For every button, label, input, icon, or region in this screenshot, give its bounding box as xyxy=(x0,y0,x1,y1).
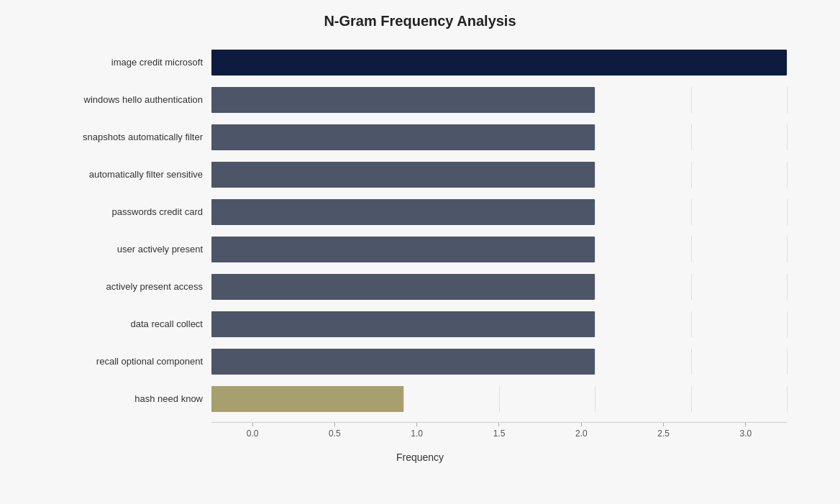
bar-label: snapshots automatically filter xyxy=(53,132,211,142)
bar-fill xyxy=(211,87,595,113)
bar-label: data recall collect xyxy=(53,319,211,329)
bar-label: windows hello authentication xyxy=(53,94,211,105)
x-tick-line xyxy=(416,423,417,426)
x-tick-label: 0.5 xyxy=(329,429,341,439)
bar-track-wrapper xyxy=(211,162,787,188)
chart-title: N-Gram Frequency Analysis xyxy=(53,13,787,29)
bar-fill xyxy=(211,386,403,412)
bar-fill xyxy=(211,50,787,75)
x-tick-label: 0.0 xyxy=(247,429,259,439)
bar-row: user actively present xyxy=(53,231,787,268)
bar-track-wrapper xyxy=(211,386,787,412)
bar-label: passwords credit card xyxy=(53,206,211,217)
bar-row: automatically filter sensitive xyxy=(53,156,787,193)
bar-fill xyxy=(211,274,595,300)
bar-fill xyxy=(211,124,595,150)
x-tick-line xyxy=(498,423,499,426)
chart-area: image credit microsoftwindows hello auth… xyxy=(53,44,787,418)
bar-fill xyxy=(211,349,595,375)
chart-container: N-Gram Frequency Analysis image credit m… xyxy=(24,0,816,504)
x-tick: 0.5 xyxy=(293,423,375,439)
bar-fill xyxy=(211,162,595,188)
x-tick-label: 2.0 xyxy=(575,429,588,439)
bar-label: automatically filter sensitive xyxy=(53,169,211,180)
bar-track-wrapper xyxy=(211,349,787,375)
bar-fill xyxy=(211,311,595,337)
x-tick: 1.5 xyxy=(458,423,540,439)
bar-label: actively present access xyxy=(53,281,211,292)
bar-row: snapshots automatically filter xyxy=(53,119,787,156)
bar-track-wrapper xyxy=(211,50,787,75)
bar-fill xyxy=(211,199,595,225)
bar-label: recall optional component xyxy=(53,356,211,367)
bar-track-wrapper xyxy=(211,274,787,300)
x-tick-line xyxy=(745,423,746,426)
x-tick: 3.0 xyxy=(705,423,787,439)
bar-track-wrapper xyxy=(211,124,787,150)
bar-track-wrapper xyxy=(211,87,787,113)
bar-row: hash need know xyxy=(53,380,787,418)
x-tick: 1.0 xyxy=(376,423,458,439)
x-axis: 0.00.51.01.52.02.53.0 xyxy=(211,422,787,439)
bar-row: data recall collect xyxy=(53,306,787,343)
bar-label: user actively present xyxy=(53,244,211,255)
x-tick: 0.0 xyxy=(211,423,293,439)
bar-row: image credit microsoft xyxy=(53,44,787,81)
x-tick-label: 1.0 xyxy=(411,429,423,439)
x-tick-line xyxy=(252,423,253,426)
bar-label: hash need know xyxy=(53,393,211,404)
x-tick-label: 2.5 xyxy=(657,429,670,439)
x-tick-label: 3.0 xyxy=(739,429,752,439)
x-tick-label: 1.5 xyxy=(493,429,506,439)
x-axis-title: Frequency xyxy=(53,452,787,463)
bar-row: windows hello authentication xyxy=(53,81,787,119)
bar-row: passwords credit card xyxy=(53,193,787,231)
x-tick: 2.0 xyxy=(540,423,622,439)
x-tick-line xyxy=(663,423,664,426)
bar-row: actively present access xyxy=(53,268,787,306)
bar-fill xyxy=(211,237,595,262)
bar-label: image credit microsoft xyxy=(53,57,211,68)
bar-track-wrapper xyxy=(211,237,787,262)
x-tick-line xyxy=(334,423,335,426)
x-tick: 2.5 xyxy=(622,423,704,439)
x-tick-line xyxy=(581,423,582,426)
bar-track-wrapper xyxy=(211,199,787,225)
bar-track-wrapper xyxy=(211,311,787,337)
bar-row: recall optional component xyxy=(53,343,787,380)
